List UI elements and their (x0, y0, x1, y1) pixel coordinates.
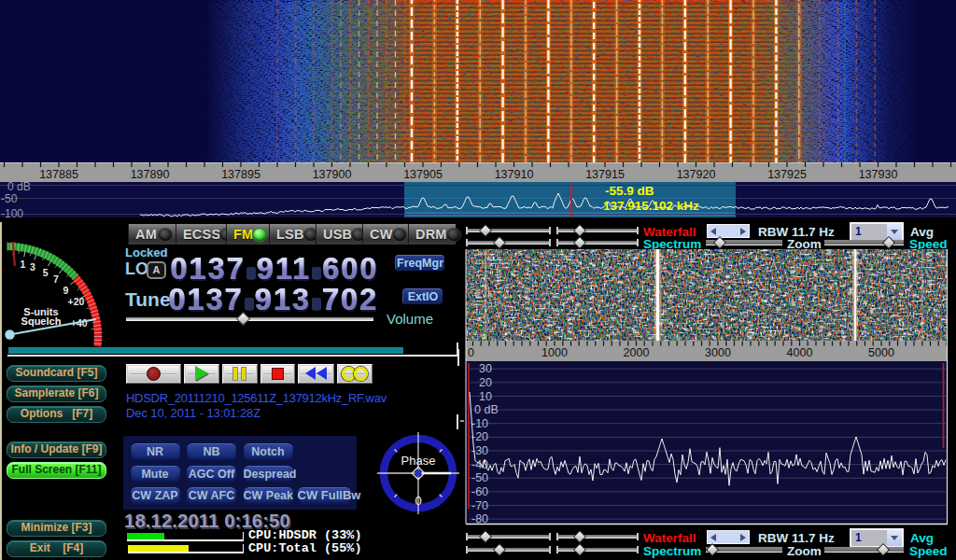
svg-text:-50: -50 (471, 471, 488, 484)
svg-text:10: 10 (479, 390, 492, 403)
svg-text:Squelch: Squelch (21, 315, 62, 327)
svg-text:2000: 2000 (624, 346, 650, 359)
svg-text:137.915.102 kHz: 137.915.102 kHz (603, 199, 699, 213)
svg-text:-10: -10 (471, 417, 488, 430)
svg-text:3: 3 (30, 261, 35, 273)
svg-text:137925: 137925 (767, 168, 807, 181)
svg-text:137905: 137905 (403, 168, 443, 181)
svg-text:20: 20 (479, 376, 492, 389)
svg-text:137915: 137915 (585, 168, 625, 181)
svg-text:9: 9 (63, 285, 69, 296)
svg-text:+20: +20 (68, 296, 85, 307)
svg-text:5000: 5000 (868, 346, 894, 359)
svg-text:0: 0 (468, 346, 474, 359)
svg-text:-30: -30 (471, 444, 488, 457)
svg-text:137895: 137895 (221, 168, 260, 181)
svg-text:30: 30 (479, 362, 492, 375)
svg-text:-80: -80 (471, 512, 488, 525)
svg-text:-70: -70 (471, 499, 488, 512)
svg-text:7: 7 (53, 273, 59, 285)
svg-text:0 dB: 0 dB (474, 403, 499, 416)
svg-text:Phase: Phase (401, 454, 436, 468)
svg-text:0: 0 (415, 494, 421, 508)
svg-text:1: 1 (21, 259, 26, 270)
svg-text:137910: 137910 (495, 168, 534, 181)
svg-text:-40: -40 (471, 458, 488, 471)
svg-text:4000: 4000 (787, 346, 813, 359)
svg-text:-20: -20 (471, 430, 488, 443)
svg-text:-60: -60 (471, 485, 488, 498)
svg-text:5: 5 (43, 267, 49, 278)
svg-text:137920: 137920 (677, 168, 716, 181)
svg-text:137900: 137900 (313, 168, 352, 181)
svg-text:3000: 3000 (705, 346, 731, 359)
svg-text:1000: 1000 (541, 346, 568, 359)
svg-text:137890: 137890 (131, 168, 170, 181)
svg-text:137930: 137930 (859, 168, 898, 181)
svg-text:-55.9 dB: -55.9 dB (605, 184, 654, 198)
